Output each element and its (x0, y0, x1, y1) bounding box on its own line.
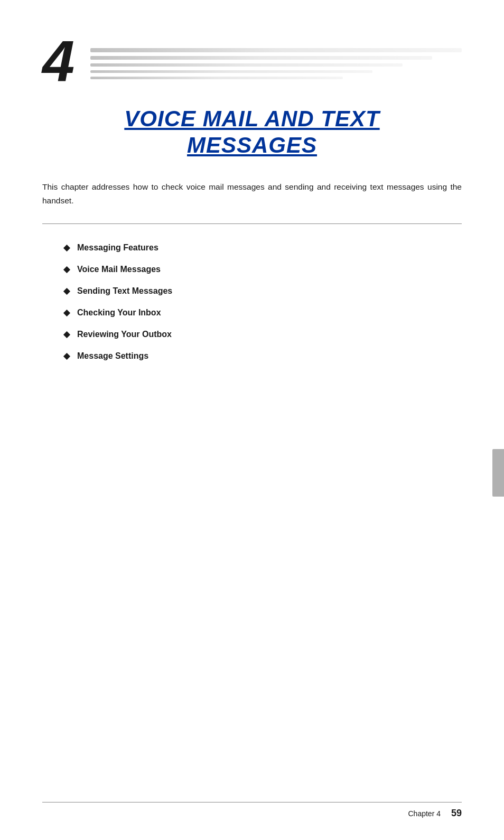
header-line-4 (90, 70, 372, 73)
bullet-diamond-1: ◆ (63, 242, 70, 253)
chapter-title-text: VOICE MAIL AND TEXT MESSAGES (42, 106, 462, 159)
toc-label-3: Sending Text Messages (77, 286, 172, 296)
page-container: 4 VOICE MAIL AND TEXT MESSAGES This chap… (0, 0, 504, 840)
bullet-diamond-4: ◆ (63, 307, 70, 318)
footer: Chapter 4 59 (42, 802, 462, 819)
section-divider (42, 223, 462, 224)
toc-label-1: Messaging Features (77, 243, 158, 253)
chapter-title: VOICE MAIL AND TEXT MESSAGES (42, 106, 462, 159)
chapter-number: 4 (42, 32, 74, 90)
toc-item-voice-mail: ◆ Voice Mail Messages (63, 264, 462, 274)
scrollbar-tab[interactable] (492, 449, 504, 497)
chapter-description: This chapter addresses how to check voic… (42, 180, 462, 208)
header-line-1 (90, 48, 462, 52)
bullet-diamond-3: ◆ (63, 286, 70, 296)
bullet-diamond-2: ◆ (63, 264, 70, 274)
toc-label-2: Voice Mail Messages (77, 265, 161, 274)
header-line-3 (90, 63, 402, 67)
toc-list: ◆ Messaging Features ◆ Voice Mail Messag… (63, 242, 462, 361)
footer-chapter-label: Chapter 4 (408, 809, 440, 818)
toc-item-sending-text: ◆ Sending Text Messages (63, 286, 462, 296)
toc-item-messaging-features: ◆ Messaging Features (63, 242, 462, 253)
header-line-2 (90, 56, 432, 60)
bullet-diamond-6: ◆ (63, 351, 70, 361)
header-line-5 (90, 77, 343, 79)
toc-label-6: Message Settings (77, 351, 148, 361)
toc-label-4: Checking Your Inbox (77, 308, 161, 318)
toc-label-5: Reviewing Your Outbox (77, 330, 172, 339)
footer-page-number: 59 (451, 808, 462, 819)
toc-item-reviewing-outbox: ◆ Reviewing Your Outbox (63, 329, 462, 339)
chapter-header: 4 (42, 32, 462, 90)
bullet-diamond-5: ◆ (63, 329, 70, 339)
header-decoration (90, 43, 462, 79)
toc-item-message-settings: ◆ Message Settings (63, 351, 462, 361)
toc-item-checking-inbox: ◆ Checking Your Inbox (63, 307, 462, 318)
